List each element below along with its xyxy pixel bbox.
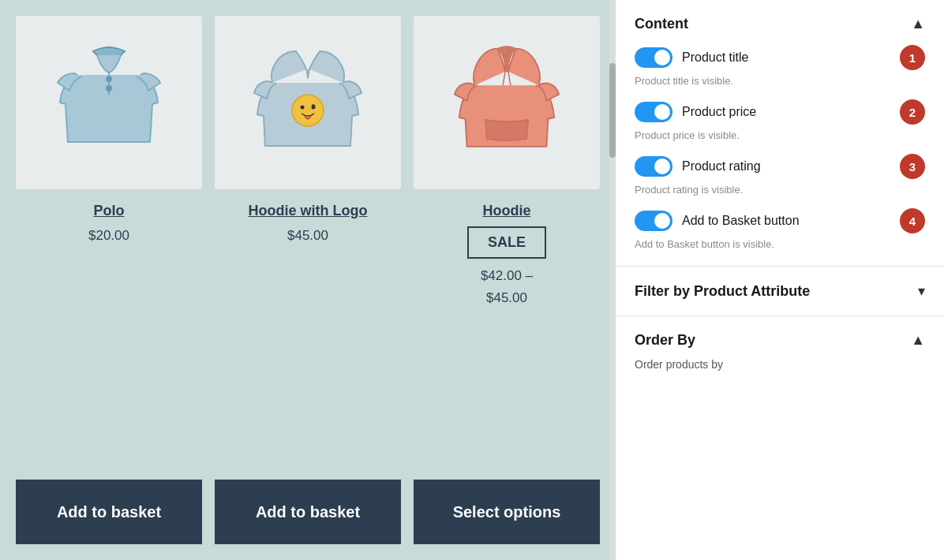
select-options-hoodie[interactable]: Select options <box>414 480 600 544</box>
toggle-label-product-title: Product title <box>682 50 893 65</box>
order-by-sub-label: Order products by <box>635 358 925 371</box>
content-section-title: Content <box>635 16 688 32</box>
toggle-add-to-basket[interactable] <box>635 211 672 231</box>
product-image-hoodie <box>414 16 600 189</box>
svg-point-4 <box>301 106 305 110</box>
toggle-label-product-price: Product price <box>682 105 893 119</box>
sale-badge: SALE <box>467 226 546 259</box>
add-to-basket-polo[interactable]: Add to basket <box>16 480 202 544</box>
badge-2: 2 <box>900 99 925 125</box>
toggle-label-product-rating: Product rating <box>682 159 893 174</box>
toggle-label-add-to-basket: Add to Basket button <box>682 214 893 228</box>
product-name-polo: Polo <box>94 202 125 220</box>
filter-section-header[interactable]: Filter by Product Attribute ▾ <box>635 282 925 300</box>
toggle-product-price[interactable] <box>635 102 672 122</box>
badge-1: 1 <box>900 45 925 70</box>
toggle-desc-product-rating: Product rating is visible. <box>635 184 925 196</box>
product-card-polo: Polo $20.00 <box>16 16 202 467</box>
svg-point-2 <box>107 86 111 91</box>
product-image-polo <box>16 16 202 189</box>
content-section: Content ▲ Product title 1 Product title … <box>616 0 944 267</box>
badge-3: 3 <box>900 154 925 179</box>
toggle-product-rating[interactable] <box>635 156 672 177</box>
settings-panel: Content ▲ Product title 1 Product title … <box>616 0 944 560</box>
toggle-desc-product-title: Product title is visible. <box>635 75 925 87</box>
filter-section-title: Filter by Product Attribute <box>635 283 810 300</box>
order-by-section: Order By ▲ Order products by <box>616 316 944 386</box>
order-by-chevron: ▲ <box>911 332 925 349</box>
svg-point-3 <box>292 95 324 126</box>
product-image-hoodie-logo <box>215 16 401 189</box>
scrollbar[interactable] <box>609 0 616 560</box>
product-price-hoodie: $42.00 –$45.00 <box>481 265 533 308</box>
add-to-basket-hoodie-logo[interactable]: Add to basket <box>215 480 401 544</box>
product-price-hoodie-logo: $45.00 <box>287 228 328 244</box>
product-price-polo: $20.00 <box>88 228 129 244</box>
toggle-item-4: Add to Basket button 4 Add to Basket but… <box>635 208 925 250</box>
toggle-item-2: Product price 2 Product price is visible… <box>635 99 925 141</box>
filter-section: Filter by Product Attribute ▾ <box>616 267 944 316</box>
buttons-row: Add to basket Add to basket Select optio… <box>16 480 600 544</box>
content-section-header[interactable]: Content ▲ <box>635 16 925 32</box>
toggle-desc-add-to-basket: Add to Basket button is visible. <box>635 238 925 250</box>
svg-point-1 <box>107 77 111 81</box>
content-section-chevron: ▲ <box>911 16 925 32</box>
product-list-panel: Polo $20.00 <box>0 0 616 560</box>
products-grid: Polo $20.00 <box>16 16 600 467</box>
svg-line-6 <box>503 72 505 85</box>
svg-line-7 <box>508 72 511 85</box>
product-name-hoodie-logo: Hoodie with Logo <box>249 202 368 220</box>
product-card-hoodie-logo: Hoodie with Logo $45.00 <box>215 16 401 467</box>
toggle-desc-product-price: Product price is visible. <box>635 129 925 141</box>
scrollbar-thumb[interactable] <box>609 63 616 158</box>
toggle-item-1: Product title 1 Product title is visible… <box>635 45 925 87</box>
order-by-title: Order By <box>635 332 695 349</box>
order-by-header[interactable]: Order By ▲ <box>635 332 925 349</box>
badge-4: 4 <box>900 208 925 233</box>
filter-section-chevron: ▾ <box>918 282 925 300</box>
toggle-product-title[interactable] <box>635 47 672 68</box>
product-name-hoodie: Hoodie <box>483 202 531 220</box>
toggle-item-3: Product rating 3 Product rating is visib… <box>635 154 925 196</box>
product-card-hoodie: Hoodie SALE $42.00 –$45.00 <box>414 16 600 467</box>
